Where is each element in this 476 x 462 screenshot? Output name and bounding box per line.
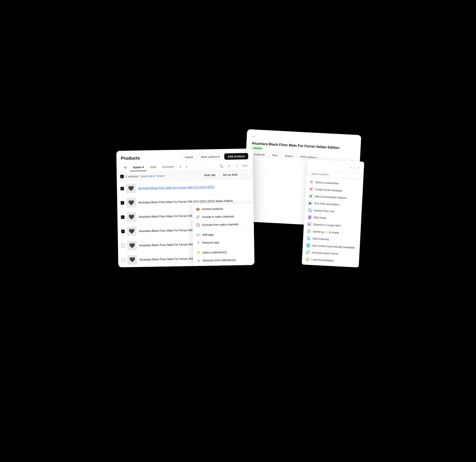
- selected-count: 5 selected: [125, 174, 139, 178]
- archive-icon: 📦: [196, 207, 199, 211]
- bulk-edit-button[interactable]: Bulk edit: [201, 172, 218, 178]
- custom-icon: ⚙: [308, 194, 313, 199]
- context-archive[interactable]: 📦 Archive products: [192, 204, 254, 213]
- set-as-draft-button[interactable]: Set as draft: [220, 171, 240, 178]
- product-checkbox-5[interactable]: [121, 244, 125, 247]
- product-checkbox-1[interactable]: [120, 187, 124, 190]
- context-label: Add tags: [202, 233, 214, 236]
- list-controls: 🔍 ≡ ↕ 158 c: [218, 162, 248, 169]
- sort-icon-btn[interactable]: ↕: [234, 163, 240, 169]
- speed-icon: ⚡: [306, 229, 311, 234]
- search-actions-input[interactable]: [309, 171, 361, 179]
- more-actions-products-button[interactable]: More actions ▾: [198, 153, 222, 160]
- context-label: Add to collection(s): [203, 250, 227, 254]
- select-all-checkbox[interactable]: [120, 175, 124, 178]
- page-title: Products: [121, 156, 140, 161]
- include-icon: 🔗: [196, 215, 200, 219]
- context-add-tags[interactable]: 🏷 Add tags: [192, 230, 254, 239]
- products-list-card: Products Import More actions ▾ Add produ…: [116, 148, 254, 268]
- context-label: Include in sales channels: [202, 215, 234, 219]
- table-row[interactable]: 🖤 Alcantara Black Floor Mats For Ferrari…: [117, 179, 253, 196]
- context-remove-collection[interactable]: 🗂 Remove from collection(s): [193, 255, 254, 265]
- action-label: Run Flow automation: [314, 202, 339, 206]
- prev-arrow[interactable]: ‹: [348, 164, 355, 170]
- product-thumbnail-6: 🖤: [127, 255, 137, 265]
- share-button[interactable]: Share: [282, 153, 296, 159]
- filter-icon-btn[interactable]: ≡: [226, 163, 232, 169]
- bulk-ellipsis-button[interactable]: ···: [242, 171, 249, 178]
- products-header: Products Import More actions ▾ Add produ…: [116, 148, 253, 162]
- product-checkbox-3[interactable]: [121, 215, 124, 219]
- back-button[interactable]: ←: [252, 134, 256, 139]
- context-label: Remove tags: [202, 241, 219, 244]
- product-detail-card: ← Alcantara Black Floor Mats For Ferrari…: [242, 129, 361, 227]
- seo-icon: 🔮: [307, 215, 312, 219]
- context-remove-tags[interactable]: ✂ Remove tags: [193, 238, 254, 247]
- tab-all[interactable]: All: [121, 164, 129, 171]
- tag-icon: 🏷: [196, 233, 200, 237]
- search-flow-icon: 🔍: [307, 208, 312, 213]
- context-label: Remove from collection(s): [203, 258, 236, 262]
- tab-archived[interactable]: Archived: [160, 163, 176, 171]
- action-label: t recommendations: [311, 258, 334, 262]
- active-tab-arrow: ▾: [142, 166, 144, 169]
- select-all-link[interactable]: Select all in "Active": [140, 174, 165, 178]
- dropdown-nav: ‹ ›: [307, 161, 364, 171]
- status-badge: Active: [251, 146, 264, 150]
- product-thumbnail-3: 🖤: [127, 212, 136, 222]
- exclude-icon: 🚫: [196, 223, 200, 227]
- action-label: Optimize in Avada SEO: [313, 223, 341, 227]
- product-checkbox-6[interactable]: [121, 258, 125, 262]
- more-actions-dropdown: ‹ › ⏱ Send to Autowindex ✉ Create email …: [302, 159, 364, 268]
- autowindex-icon: ⏱: [309, 180, 314, 184]
- action-label: stant Indexing: [312, 237, 329, 241]
- products-top-bar: Products Import More actions ▾ Add produ…: [121, 153, 248, 162]
- action-label: Add Customization Options: [314, 195, 347, 200]
- translate-icon: 🌐: [306, 243, 310, 247]
- tab-add-button[interactable]: +: [185, 165, 187, 169]
- search-icon-btn[interactable]: 🔍: [218, 163, 224, 169]
- action-label: SEO Audit: [314, 216, 326, 219]
- action-label: uct boost search terms: [312, 251, 339, 255]
- context-divider-3: [193, 264, 254, 266]
- product-thumbnail-5: 🖤: [127, 241, 137, 251]
- add-product-button[interactable]: Add product: [224, 153, 248, 160]
- product-thumbnail-4: 🖤: [127, 227, 137, 236]
- product-name-1[interactable]: Alcantara Black Floor Mats For Ferrari 4…: [138, 185, 215, 190]
- action-label: Speed up ⚡ in Avada: [313, 230, 339, 234]
- product-thumbnail-1: 🖤: [126, 183, 136, 193]
- flow-icon: ▶: [308, 201, 313, 206]
- product-count: 158 c: [242, 164, 248, 167]
- avada-icon: ✦: [307, 222, 312, 227]
- action-label: Send to Autowindex: [315, 181, 339, 185]
- recommend-icon: ⭐: [305, 257, 310, 262]
- context-label: Archive products: [202, 207, 223, 211]
- bulk-context-menu: 📦 Archive products 🔗 Include in sales ch…: [192, 203, 254, 267]
- import-button[interactable]: Import: [181, 154, 196, 160]
- tab-draft[interactable]: Draft: [147, 164, 159, 171]
- tab-count[interactable]: 1: [177, 163, 184, 171]
- remove-collection-icon: 🗂: [197, 259, 201, 262]
- remove-tag-icon: ✂: [196, 241, 200, 245]
- context-exclude-sales[interactable]: 🚫 Exclude from sales channels: [192, 220, 255, 229]
- context-include-sales[interactable]: 🔗 Include in sales channels: [192, 212, 254, 221]
- action-label: new content automatically translated: [312, 244, 355, 249]
- tab-active[interactable]: Active ▾: [130, 164, 146, 171]
- context-label: Exclude from sales channels: [202, 222, 238, 227]
- boost-icon: 🔎: [305, 250, 310, 254]
- duplicate-button[interactable]: Duplicate: [251, 151, 268, 157]
- next-arrow[interactable]: ›: [355, 164, 362, 171]
- apps-section-label: APPS: [193, 265, 254, 268]
- product-thumbnail-2: 🖤: [126, 198, 136, 208]
- top-actions: Import More actions ▾ Add product: [181, 153, 248, 160]
- nav-arrows: ‹ ›: [348, 164, 362, 171]
- action-label: Search Flow runs: [314, 209, 335, 213]
- product-checkbox-2[interactable]: [121, 201, 124, 205]
- index-icon: 📡: [306, 236, 311, 240]
- collection-icon: 📁: [196, 251, 200, 254]
- action-label: Create email campaign: [315, 188, 342, 192]
- email-icon: ✉: [309, 187, 313, 192]
- view-button[interactable]: View: [269, 152, 280, 158]
- context-add-collection[interactable]: 📁 Add to collection(s): [193, 247, 254, 257]
- product-checkbox-4[interactable]: [121, 230, 125, 233]
